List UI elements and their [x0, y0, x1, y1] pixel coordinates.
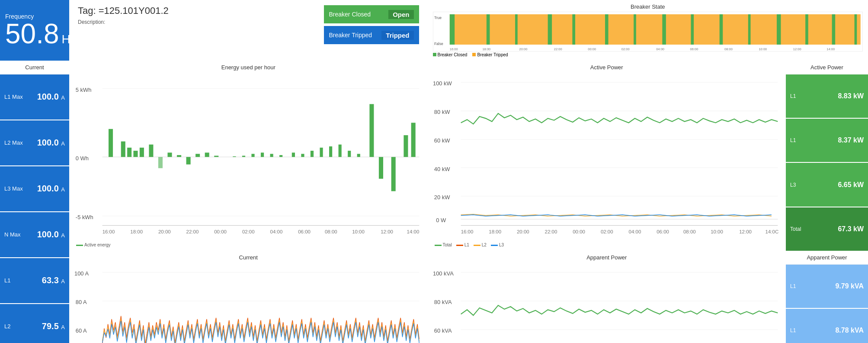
svg-text:60 kW: 60 kW [434, 137, 450, 144]
ap-label-l2: L1 [790, 137, 796, 143]
breaker-closed-value: Open [388, 10, 413, 19]
breaker-closed-label: Breaker Closed [329, 11, 371, 18]
breaker-tripped-label: Breaker Tripped [329, 32, 372, 39]
svg-rect-12 [691, 14, 694, 45]
svg-text:80 A: 80 A [76, 299, 87, 305]
active-power-chart-area: 100 kW 80 kW 60 kW 40 kW 20 kW 0 W [433, 72, 781, 242]
tag-title: Tag: =125.101Y001.2 [78, 5, 324, 16]
svg-text:0 W: 0 W [436, 217, 446, 223]
current-label-l1max: L1 Max [4, 94, 23, 100]
current-chart-area: 100 A 80 A 60 A 40 A 20 A 0 A [74, 262, 423, 343]
svg-text:08:00: 08:00 [325, 229, 337, 234]
svg-text:08:00: 08:00 [683, 229, 695, 234]
svg-text:0 Wh: 0 Wh [76, 155, 89, 162]
current-label-nmax: N Max [4, 231, 21, 238]
svg-rect-51 [242, 156, 245, 157]
current-label-l1: L1 [4, 277, 10, 284]
energy-chart-area: 5 kWh 0 Wh -5 kWh [74, 72, 423, 242]
current-value-l1: 63.3 A [42, 275, 65, 285]
frequency-panel: Frequency 50.8 Hz [0, 0, 69, 61]
svg-rect-11 [662, 14, 666, 45]
svg-rect-42 [149, 145, 153, 157]
current-chart-svg: 100 A 80 A 60 A 40 A 20 A 0 A [74, 262, 423, 343]
svg-text:10:00: 10:00 [759, 47, 767, 51]
svg-text:True: True [434, 16, 441, 20]
svg-rect-56 [292, 152, 295, 157]
legend-closed: Breaker Closed [433, 52, 468, 57]
active-power-svg: 100 kW 80 kW 60 kW 40 kW 20 kW 0 W [433, 72, 781, 242]
svg-rect-37 [109, 129, 113, 157]
apr-label-l1: L1 [790, 283, 796, 289]
apr-value-l1: 9.79 kVA [835, 282, 864, 290]
svg-rect-60 [329, 146, 332, 157]
active-power-row-l1: L1 8.83 kW [786, 74, 868, 119]
svg-text:00:00: 00:00 [214, 229, 227, 234]
current-label-l2: L2 [4, 323, 10, 330]
breaker-tripped-button[interactable]: Breaker Tripped Tripped [324, 26, 419, 44]
svg-text:16:00: 16:00 [449, 47, 458, 51]
current-chart-panel: Current 100 A 80 A 60 A 40 A 20 A 0 A [69, 251, 428, 343]
svg-text:10:00: 10:00 [711, 229, 723, 234]
svg-rect-40 [133, 151, 138, 157]
svg-rect-41 [140, 148, 144, 157]
apr-label-l2: L1 [790, 327, 796, 333]
apparent-power-svg: 100 kVA 80 kVA 60 kVA 40 kVA 20 kVA 0 VA [433, 262, 781, 343]
svg-rect-9 [605, 14, 609, 45]
svg-text:14:00: 14:00 [407, 229, 420, 234]
svg-text:20:00: 20:00 [519, 47, 528, 51]
svg-rect-61 [339, 145, 342, 157]
svg-text:04:00: 04:00 [628, 229, 641, 234]
apparent-power-row-l2: L1 8.78 kVA [786, 309, 868, 343]
current-value-l3max: 100.0 A [37, 184, 65, 194]
svg-rect-68 [411, 123, 416, 157]
current-row-l2max: L2 Max 100.0 A [0, 120, 69, 166]
breaker-buttons: Breaker Closed Open Breaker Tripped Trip… [324, 5, 419, 44]
svg-rect-63 [357, 154, 360, 157]
svg-rect-59 [320, 148, 323, 157]
svg-rect-13 [719, 14, 723, 45]
active-power-row-total: Total 67.3 kW [786, 207, 868, 251]
svg-rect-45 [177, 155, 181, 157]
svg-rect-54 [270, 154, 273, 157]
energy-chart-svg: 5 kWh 0 Wh -5 kWh [74, 72, 423, 242]
svg-rect-15 [777, 14, 781, 45]
svg-text:40 kW: 40 kW [434, 166, 450, 172]
svg-text:100 A: 100 A [74, 270, 89, 277]
svg-text:04:00: 04:00 [270, 229, 283, 234]
svg-rect-48 [205, 152, 209, 157]
svg-text:16:00: 16:00 [102, 229, 115, 234]
breaker-closed-button[interactable]: Breaker Closed Open [324, 5, 419, 23]
svg-text:-5 kWh: -5 kWh [76, 214, 93, 220]
svg-rect-17 [832, 14, 835, 45]
current-value-l2max: 100.0 A [37, 138, 65, 148]
active-power-right-header: Active Power [786, 61, 868, 74]
svg-rect-47 [195, 154, 200, 157]
svg-text:100 kW: 100 kW [433, 80, 452, 87]
svg-text:22:00: 22:00 [186, 229, 199, 234]
breaker-state-panel: Breaker State True False [428, 0, 868, 61]
frequency-value: 50.8 [5, 20, 59, 48]
svg-rect-50 [233, 156, 236, 157]
svg-rect-6 [515, 14, 518, 45]
current-row-l1: L1 63.3 A [0, 258, 69, 304]
svg-rect-3 [449, 14, 860, 45]
breaker-state-legend: Breaker Closed Breaker Tripped [433, 52, 863, 57]
current-value-nmax: 100.0 A [37, 230, 65, 239]
current-label-l2max: L2 Max [4, 139, 23, 146]
svg-rect-14 [748, 14, 750, 45]
svg-rect-55 [279, 155, 282, 157]
svg-text:80 kVA: 80 kVA [434, 299, 452, 305]
svg-text:08:00: 08:00 [724, 47, 733, 51]
ap-value-total: 67.3 kW [838, 225, 864, 233]
ap-label-l3: L3 [790, 182, 796, 188]
svg-rect-67 [404, 135, 408, 157]
svg-text:02:00: 02:00 [242, 229, 255, 234]
svg-text:06:00: 06:00 [690, 47, 698, 51]
current-value-l1max: 100.0 A [37, 92, 65, 102]
svg-rect-66 [391, 157, 396, 191]
svg-text:12:00: 12:00 [739, 229, 752, 234]
svg-rect-64 [369, 104, 374, 157]
apparent-power-right-panel: Apparent Power L1 9.79 kVA L1 8.78 kVA L… [786, 251, 868, 343]
svg-text:18:00: 18:00 [130, 229, 143, 234]
svg-rect-49 [214, 156, 218, 157]
